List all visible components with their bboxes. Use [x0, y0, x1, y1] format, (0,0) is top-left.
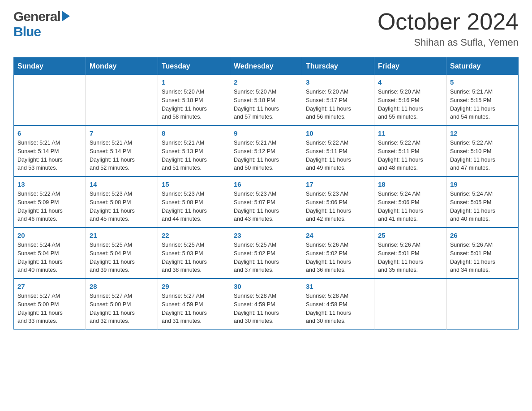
calendar-cell: 20Sunrise: 5:24 AM Sunset: 5:04 PM Dayli…: [14, 227, 86, 278]
calendar-week-row: 1Sunrise: 5:20 AM Sunset: 5:18 PM Daylig…: [14, 75, 519, 125]
day-number: 22: [162, 231, 226, 239]
day-info: Sunrise: 5:27 AM Sunset: 4:59 PM Dayligh…: [162, 292, 226, 325]
logo-blue-text: Blue: [13, 24, 41, 39]
day-number: 7: [90, 129, 154, 137]
day-info: Sunrise: 5:27 AM Sunset: 5:00 PM Dayligh…: [17, 292, 82, 325]
day-number: 16: [234, 180, 298, 188]
day-of-week-header: Monday: [86, 58, 158, 75]
day-info: Sunrise: 5:21 AM Sunset: 5:14 PM Dayligh…: [17, 139, 82, 172]
calendar-cell: 19Sunrise: 5:24 AM Sunset: 5:05 PM Dayli…: [446, 176, 519, 227]
calendar-table: SundayMondayTuesdayWednesdayThursdayFrid…: [13, 57, 519, 330]
day-info: Sunrise: 5:20 AM Sunset: 5:16 PM Dayligh…: [378, 88, 442, 121]
day-number: 1: [162, 78, 226, 86]
day-info: Sunrise: 5:28 AM Sunset: 4:58 PM Dayligh…: [306, 292, 370, 325]
calendar-cell: 24Sunrise: 5:26 AM Sunset: 5:02 PM Dayli…: [302, 227, 374, 278]
logo-general-text: General: [13, 9, 60, 24]
calendar-cell: 3Sunrise: 5:20 AM Sunset: 5:17 PM Daylig…: [302, 75, 374, 125]
day-info: Sunrise: 5:20 AM Sunset: 5:17 PM Dayligh…: [306, 88, 370, 121]
calendar-cell: 23Sunrise: 5:25 AM Sunset: 5:02 PM Dayli…: [230, 227, 302, 278]
day-of-week-header: Saturday: [446, 58, 519, 75]
day-info: Sunrise: 5:25 AM Sunset: 5:02 PM Dayligh…: [234, 241, 298, 274]
calendar-cell: 2Sunrise: 5:20 AM Sunset: 5:18 PM Daylig…: [230, 75, 302, 125]
day-number: 12: [450, 129, 515, 137]
day-info: Sunrise: 5:23 AM Sunset: 5:07 PM Dayligh…: [234, 190, 298, 223]
day-of-week-header: Sunday: [14, 58, 86, 75]
calendar-cell: 5Sunrise: 5:21 AM Sunset: 5:15 PM Daylig…: [446, 75, 519, 125]
day-number: 14: [90, 180, 154, 188]
calendar-cell: 28Sunrise: 5:27 AM Sunset: 5:00 PM Dayli…: [86, 278, 158, 330]
logo-triangle-icon: [62, 11, 70, 21]
calendar-cell: 30Sunrise: 5:28 AM Sunset: 4:59 PM Dayli…: [230, 278, 302, 330]
calendar-cell: 4Sunrise: 5:20 AM Sunset: 5:16 PM Daylig…: [374, 75, 446, 125]
calendar-cell: 13Sunrise: 5:22 AM Sunset: 5:09 PM Dayli…: [14, 176, 86, 227]
day-info: Sunrise: 5:22 AM Sunset: 5:11 PM Dayligh…: [306, 139, 370, 172]
day-number: 23: [234, 231, 298, 239]
day-number: 19: [450, 180, 515, 188]
title-section: October 2024 Shihan as Sufla, Yemen: [378, 9, 519, 48]
day-info: Sunrise: 5:22 AM Sunset: 5:11 PM Dayligh…: [378, 139, 442, 172]
day-info: Sunrise: 5:22 AM Sunset: 5:10 PM Dayligh…: [450, 139, 515, 172]
calendar-cell: 11Sunrise: 5:22 AM Sunset: 5:11 PM Dayli…: [374, 125, 446, 176]
day-info: Sunrise: 5:23 AM Sunset: 5:06 PM Dayligh…: [306, 190, 370, 223]
calendar-cell: 14Sunrise: 5:23 AM Sunset: 5:08 PM Dayli…: [86, 176, 158, 227]
day-info: Sunrise: 5:24 AM Sunset: 5:06 PM Dayligh…: [378, 190, 442, 223]
day-info: Sunrise: 5:20 AM Sunset: 5:18 PM Dayligh…: [234, 88, 298, 121]
day-info: Sunrise: 5:26 AM Sunset: 5:01 PM Dayligh…: [378, 241, 442, 274]
day-number: 29: [162, 283, 226, 290]
calendar-cell: [86, 75, 158, 125]
day-number: 20: [17, 231, 82, 239]
day-number: 15: [162, 180, 226, 188]
calendar-cell: 10Sunrise: 5:22 AM Sunset: 5:11 PM Dayli…: [302, 125, 374, 176]
calendar-cell: 16Sunrise: 5:23 AM Sunset: 5:07 PM Dayli…: [230, 176, 302, 227]
day-number: 2: [234, 78, 298, 86]
day-number: 4: [378, 78, 442, 86]
day-number: 10: [306, 129, 370, 137]
day-info: Sunrise: 5:26 AM Sunset: 5:01 PM Dayligh…: [450, 241, 515, 274]
calendar-cell: [374, 278, 446, 330]
calendar-cell: 8Sunrise: 5:21 AM Sunset: 5:13 PM Daylig…: [158, 125, 230, 176]
day-number: 18: [378, 180, 442, 188]
day-info: Sunrise: 5:25 AM Sunset: 5:03 PM Dayligh…: [162, 241, 226, 274]
day-info: Sunrise: 5:23 AM Sunset: 5:08 PM Dayligh…: [90, 190, 154, 223]
day-of-week-header: Wednesday: [230, 58, 302, 75]
calendar-week-row: 20Sunrise: 5:24 AM Sunset: 5:04 PM Dayli…: [14, 227, 519, 278]
calendar-cell: 25Sunrise: 5:26 AM Sunset: 5:01 PM Dayli…: [374, 227, 446, 278]
day-info: Sunrise: 5:21 AM Sunset: 5:12 PM Dayligh…: [234, 139, 298, 172]
calendar-header-row: SundayMondayTuesdayWednesdayThursdayFrid…: [14, 58, 519, 75]
day-number: 17: [306, 180, 370, 188]
day-info: Sunrise: 5:21 AM Sunset: 5:15 PM Dayligh…: [450, 88, 515, 121]
day-number: 11: [378, 129, 442, 137]
day-of-week-header: Tuesday: [158, 58, 230, 75]
location-title: Shihan as Sufla, Yemen: [378, 37, 519, 48]
month-title: October 2024: [378, 9, 519, 34]
calendar-cell: 12Sunrise: 5:22 AM Sunset: 5:10 PM Dayli…: [446, 125, 519, 176]
day-number: 8: [162, 129, 226, 137]
day-info: Sunrise: 5:24 AM Sunset: 5:04 PM Dayligh…: [17, 241, 82, 274]
day-info: Sunrise: 5:24 AM Sunset: 5:05 PM Dayligh…: [450, 190, 515, 223]
day-of-week-header: Friday: [374, 58, 446, 75]
day-info: Sunrise: 5:23 AM Sunset: 5:08 PM Dayligh…: [162, 190, 226, 223]
calendar-cell: 31Sunrise: 5:28 AM Sunset: 4:58 PM Dayli…: [302, 278, 374, 330]
day-number: 13: [17, 180, 82, 188]
day-number: 27: [17, 283, 82, 290]
calendar-cell: [14, 75, 86, 125]
day-number: 6: [17, 129, 82, 137]
day-number: 3: [306, 78, 370, 86]
calendar-cell: 27Sunrise: 5:27 AM Sunset: 5:00 PM Dayli…: [14, 278, 86, 330]
day-info: Sunrise: 5:20 AM Sunset: 5:18 PM Dayligh…: [162, 88, 226, 121]
calendar-cell: 7Sunrise: 5:21 AM Sunset: 5:14 PM Daylig…: [86, 125, 158, 176]
day-number: 9: [234, 129, 298, 137]
calendar-week-row: 6Sunrise: 5:21 AM Sunset: 5:14 PM Daylig…: [14, 125, 519, 176]
day-info: Sunrise: 5:28 AM Sunset: 4:59 PM Dayligh…: [234, 292, 298, 325]
calendar-cell: 26Sunrise: 5:26 AM Sunset: 5:01 PM Dayli…: [446, 227, 519, 278]
day-of-week-header: Thursday: [302, 58, 374, 75]
day-info: Sunrise: 5:21 AM Sunset: 5:14 PM Dayligh…: [90, 139, 154, 172]
calendar-cell: 1Sunrise: 5:20 AM Sunset: 5:18 PM Daylig…: [158, 75, 230, 125]
calendar-cell: 15Sunrise: 5:23 AM Sunset: 5:08 PM Dayli…: [158, 176, 230, 227]
day-number: 25: [378, 231, 442, 239]
day-info: Sunrise: 5:22 AM Sunset: 5:09 PM Dayligh…: [17, 190, 82, 223]
day-number: 5: [450, 78, 515, 86]
calendar-cell: [446, 278, 519, 330]
calendar-cell: 17Sunrise: 5:23 AM Sunset: 5:06 PM Dayli…: [302, 176, 374, 227]
calendar-cell: 6Sunrise: 5:21 AM Sunset: 5:14 PM Daylig…: [14, 125, 86, 176]
